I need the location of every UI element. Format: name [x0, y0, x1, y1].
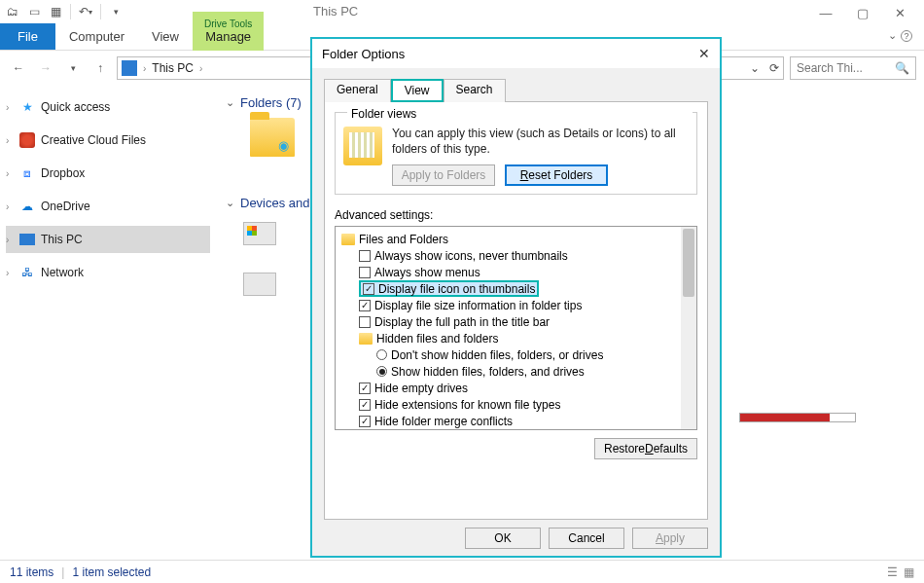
sidebar-item-label: Creative Cloud Files: [41, 133, 146, 147]
drive-usage-bar: [739, 411, 856, 422]
sidebar-item-label: OneDrive: [41, 200, 90, 213]
drive-icon: [243, 222, 276, 245]
checkbox-icon[interactable]: ✓: [359, 416, 371, 427]
checkbox-icon[interactable]: [359, 316, 371, 328]
tree-checkbox-option-highlighted[interactable]: ✓Display file icon on thumbnails: [341, 280, 693, 297]
separator: [70, 4, 71, 19]
tree-checkbox-option[interactable]: Always show menus: [341, 264, 693, 280]
dialog-close-button[interactable]: ✕: [698, 46, 710, 61]
window-controls: — ▢ ✕: [807, 0, 918, 25]
window-title: This PC: [302, 4, 358, 18]
sidebar-item-quick-access[interactable]: ›★Quick access: [6, 93, 210, 121]
search-icon: 🔍: [895, 61, 909, 75]
separator: [100, 4, 101, 19]
checkbox-icon[interactable]: ✓: [359, 300, 371, 311]
back-button[interactable]: ←: [8, 57, 29, 79]
radio-icon[interactable]: [376, 366, 387, 377]
sidebar-item-label: Dropbox: [41, 166, 85, 180]
onedrive-icon: ☁: [19, 199, 35, 214]
tab-view[interactable]: View: [138, 23, 193, 50]
search-placeholder: Search Thi...: [797, 61, 863, 75]
advanced-settings-tree[interactable]: Files and FoldersAlways show icons, neve…: [335, 226, 697, 430]
cancel-button[interactable]: Cancel: [549, 528, 624, 549]
maximize-button[interactable]: ▢: [844, 0, 881, 25]
quick-access-toolbar: 🗂 ▭ ▦ ↶▾ ▾: [0, 0, 924, 23]
tree-checkbox-option[interactable]: ✓Hide folder merge conflicts: [341, 413, 693, 429]
sidebar-item-label: Quick access: [41, 100, 110, 114]
folder-views-icon: [343, 127, 382, 165]
refresh-icon[interactable]: ⟳: [769, 61, 779, 75]
apply-to-folders-button[interactable]: Apply to Folders: [392, 164, 495, 186]
sidebar-item-creative-cloud[interactable]: ›Creative Cloud Files: [6, 127, 210, 154]
dropbox-icon: ⧈: [19, 165, 35, 181]
dialog-tab-general[interactable]: General: [324, 79, 391, 102]
ok-button[interactable]: OK: [465, 528, 541, 549]
apply-button[interactable]: Apply: [632, 528, 708, 549]
restore-defaults-button[interactable]: Restore Defaults: [594, 438, 697, 459]
reset-folders-button[interactable]: Reset Folders: [505, 164, 608, 186]
sidebar-item-onedrive[interactable]: ›☁OneDrive: [6, 193, 210, 220]
collapse-icon[interactable]: ⌄: [226, 96, 234, 109]
checkbox-icon[interactable]: [359, 250, 371, 262]
expand-icon[interactable]: ›: [6, 268, 9, 278]
breadcrumb-this-pc[interactable]: This PC: [152, 61, 194, 75]
ribbon-expand-toggle[interactable]: ⌄ ?: [888, 29, 912, 42]
dialog-tabs: General View Search: [324, 78, 708, 101]
checkbox-icon[interactable]: ✓: [359, 383, 371, 394]
folder-3d-objects[interactable]: ◉: [243, 118, 302, 157]
new-folder-icon[interactable]: ▦: [47, 3, 64, 20]
sidebar-item-this-pc[interactable]: ›This PC: [6, 226, 210, 253]
undo-icon[interactable]: ↶▾: [77, 3, 94, 20]
properties-icon[interactable]: ▭: [25, 3, 43, 20]
checkbox-icon[interactable]: ✓: [359, 399, 371, 411]
creative-cloud-icon: [19, 132, 35, 148]
scrollbar-thumb[interactable]: [683, 229, 694, 297]
folder-views-fieldset: Folder views You can apply this view (su…: [335, 112, 697, 195]
dialog-tab-view[interactable]: View: [391, 79, 444, 102]
folder-icon: [341, 234, 355, 245]
folders-heading-label: Folders (7): [240, 95, 302, 110]
search-input[interactable]: Search Thi... 🔍: [790, 56, 916, 80]
thumbnails-view-icon[interactable]: ▦: [904, 565, 914, 579]
this-pc-icon: [122, 60, 137, 76]
recent-locations-dropdown[interactable]: ▾: [62, 57, 84, 79]
address-dropdown-icon[interactable]: ⌄: [750, 61, 760, 75]
contextual-label: Drive Tools: [204, 18, 252, 29]
expand-icon[interactable]: ›: [6, 135, 9, 146]
sidebar-item-network[interactable]: ›🖧Network: [6, 259, 210, 286]
explorer-icon: 🗂: [4, 3, 21, 20]
breadcrumb-chevron[interactable]: ›: [143, 63, 146, 74]
scrollbar[interactable]: [681, 227, 696, 429]
collapse-icon[interactable]: ⌄: [226, 197, 234, 209]
tab-computer[interactable]: Computer: [55, 23, 138, 50]
file-tab[interactable]: File: [0, 23, 55, 50]
dialog-tab-search[interactable]: Search: [444, 79, 506, 102]
customize-qat-icon[interactable]: ▾: [107, 3, 124, 20]
up-button[interactable]: ↑: [89, 57, 111, 79]
devices-heading-label: Devices and: [240, 196, 310, 210]
radio-icon[interactable]: [376, 349, 387, 360]
tree-checkbox-option[interactable]: ✓Hide extensions for known file types: [341, 396, 693, 413]
contextual-tab-drive-tools[interactable]: Drive Tools Manage: [193, 12, 264, 51]
tree-checkbox-option[interactable]: ✓Hide empty drives: [341, 380, 693, 396]
details-view-icon[interactable]: ☰: [887, 565, 898, 579]
expand-icon[interactable]: ›: [6, 102, 9, 113]
tree-checkbox-option[interactable]: Display the full path in the title bar: [341, 313, 693, 330]
breadcrumb-chevron[interactable]: ›: [199, 63, 202, 74]
tree-checkbox-option[interactable]: ✓Display file size information in folder…: [341, 297, 693, 313]
checkbox-icon[interactable]: ✓: [363, 283, 374, 295]
sidebar-item-dropbox[interactable]: ›⧈Dropbox: [6, 160, 210, 187]
expand-icon[interactable]: ›: [6, 201, 9, 212]
tree-checkbox-option[interactable]: Always show icons, never thumbnails: [341, 247, 693, 264]
close-button[interactable]: ✕: [881, 0, 918, 25]
minimize-button[interactable]: —: [807, 0, 844, 25]
expand-icon[interactable]: ›: [6, 168, 9, 179]
tree-folder-hidden-files[interactable]: Hidden files and folders: [341, 330, 693, 346]
status-selected-count: 1 item selected: [72, 565, 151, 579]
checkbox-icon[interactable]: [359, 267, 371, 278]
forward-button[interactable]: →: [35, 57, 56, 79]
tree-radio-option[interactable]: Show hidden files, folders, and drives: [341, 363, 693, 380]
expand-icon[interactable]: ›: [6, 235, 9, 245]
tree-radio-option[interactable]: Don't show hidden files, folders, or dri…: [341, 346, 693, 363]
dialog-titlebar[interactable]: Folder Options ✕: [312, 39, 720, 68]
